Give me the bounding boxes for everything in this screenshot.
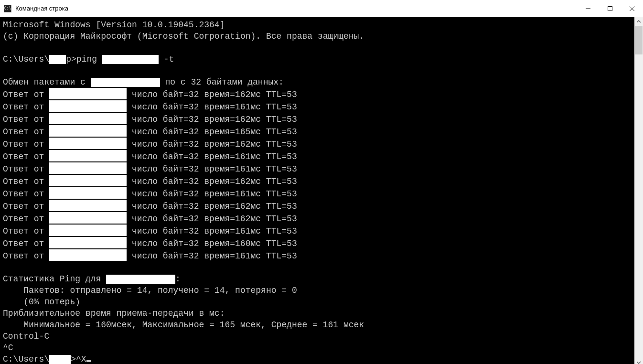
terminal-line: Ответ от число байт=32 время=162мс TTL=5… <box>3 138 632 150</box>
maximize-icon <box>608 6 612 11</box>
chevron-down-icon <box>637 361 641 364</box>
minimize-button[interactable] <box>577 0 599 17</box>
scroll-down-button[interactable] <box>634 358 643 364</box>
window-titlebar[interactable]: C:\ Командная строка <box>0 0 643 17</box>
terminal-line: Ответ от число байт=32 время=161мс TTL=5… <box>3 249 632 262</box>
scroll-up-button[interactable] <box>634 17 643 26</box>
terminal-line: C:\Users\>^X <box>3 353 632 364</box>
terminal-line: Пакетов: отправлено = 14, получено = 14,… <box>3 285 632 296</box>
terminal-container: Microsoft Windows [Version 10.0.19045.23… <box>0 17 643 364</box>
terminal-line: (0% потерь) <box>3 296 632 308</box>
terminal-line: Ответ от число байт=32 время=162мс TTL=5… <box>3 200 632 212</box>
terminal-line: Статистика Ping для : <box>3 273 632 285</box>
terminal-line: Ответ от число байт=32 время=165мс TTL=5… <box>3 125 632 138</box>
vertical-scrollbar[interactable] <box>634 17 643 364</box>
terminal-line: Ответ от число байт=32 время=161мс TTL=5… <box>3 162 632 175</box>
chevron-up-icon <box>637 20 641 23</box>
window-controls <box>577 0 643 17</box>
terminal-line: Минимальное = 160мсек, Максимальное = 16… <box>3 319 632 331</box>
terminal-line: Приблизительное время приема-передачи в … <box>3 308 632 319</box>
terminal-line: Обмен пакетами с по с 32 байтами данных: <box>3 76 632 88</box>
terminal-line <box>3 42 632 54</box>
terminal-line: Ответ от число байт=32 время=161мс TTL=5… <box>3 100 632 113</box>
terminal-line: Ответ от число байт=32 время=161мс TTL=5… <box>3 225 632 237</box>
cursor <box>86 360 91 362</box>
terminal-line: (c) Корпорация Майкрософт (Microsoft Cor… <box>3 31 632 42</box>
terminal-line: Ответ от число байт=32 время=161мс TTL=5… <box>3 187 632 200</box>
close-button[interactable] <box>621 0 643 17</box>
terminal-output[interactable]: Microsoft Windows [Version 10.0.19045.23… <box>0 17 634 364</box>
terminal-line: C:\Users\p>ping -t <box>3 54 632 65</box>
terminal-line: Ответ от число байт=32 время=160мс TTL=5… <box>3 237 632 249</box>
terminal-line: ^C <box>3 342 632 353</box>
close-icon <box>630 6 634 11</box>
terminal-line: Ответ от число байт=32 время=162мс TTL=5… <box>3 113 632 125</box>
terminal-line: Ответ от число байт=32 время=162мс TTL=5… <box>3 88 632 100</box>
terminal-line: Ответ от число байт=32 время=162мс TTL=5… <box>3 212 632 225</box>
terminal-line <box>3 65 632 76</box>
terminal-line: Control-C <box>3 331 632 342</box>
terminal-line: Ответ от число байт=32 время=161мс TTL=5… <box>3 150 632 162</box>
minimize-icon <box>586 6 590 11</box>
window-title: Командная строка <box>15 5 68 12</box>
svg-rect-1 <box>608 7 612 11</box>
maximize-button[interactable] <box>599 0 621 17</box>
terminal-line: Ответ от число байт=32 время=162мс TTL=5… <box>3 175 632 187</box>
cmd-icon: C:\ <box>4 5 11 12</box>
scroll-thumb[interactable] <box>635 26 643 54</box>
terminal-line <box>3 262 632 273</box>
terminal-line: Microsoft Windows [Version 10.0.19045.23… <box>3 19 632 31</box>
